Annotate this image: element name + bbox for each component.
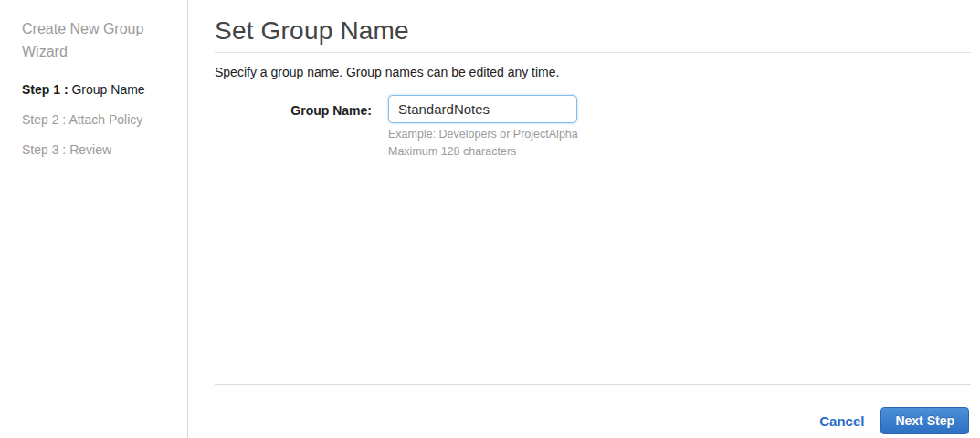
step-label: Review [69,142,111,157]
wizard-footer: Cancel Next Step [819,407,969,434]
next-step-button[interactable]: Next Step [880,407,969,434]
sidebar-step-review: Step 3 : Review [22,143,173,156]
cancel-button[interactable]: Cancel [819,413,864,429]
main-panel: Set Group Name Specify a group name. Gro… [215,0,971,438]
group-name-form-row: Group Name: Example: Developers or Proje… [215,95,971,160]
step-number: Step 1 : [22,82,71,97]
step-label: Group Name [71,82,144,97]
sidebar-step-attach-policy: Step 2 : Attach Policy [22,113,173,126]
wizard-sidebar: Create New Group Wizard Step 1 : Group N… [0,0,188,438]
title-divider [215,52,971,53]
group-name-example-hint: Example: Developers or ProjectAlpha [388,127,578,142]
step-label: Attach Policy [68,112,142,127]
create-group-wizard-page: Create New Group Wizard Step 1 : Group N… [0,0,980,438]
page-title: Set Group Name [215,16,971,46]
group-name-input[interactable] [388,95,577,123]
group-name-label: Group Name: [215,95,372,118]
sidebar-step-group-name: Step 1 : Group Name [22,83,173,96]
footer-divider [215,384,971,385]
step-number: Step 2 : [22,112,68,127]
page-description: Specify a group name. Group names can be… [215,65,971,79]
group-name-field-column: Example: Developers or ProjectAlpha Maxi… [388,95,578,160]
wizard-title: Create New Group Wizard [22,17,168,63]
step-number: Step 3 : [22,142,69,157]
group-name-max-hint: Maximum 128 characters [388,144,578,160]
